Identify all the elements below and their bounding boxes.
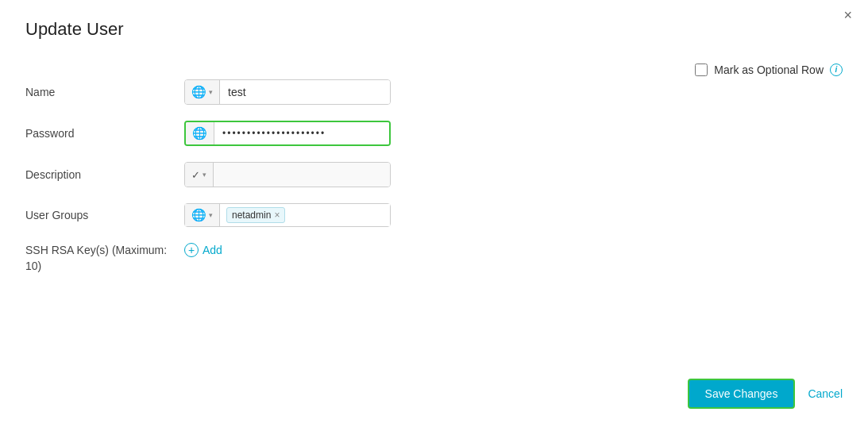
- info-icon[interactable]: i: [830, 63, 843, 76]
- user-groups-label: User Groups: [25, 209, 184, 221]
- description-icon-btn[interactable]: ✓ ▾: [185, 163, 214, 187]
- globe-icon-groups: 🌐: [191, 208, 206, 222]
- tag-netadmin: netadmin ×: [226, 207, 285, 223]
- user-groups-tags-wrapper[interactable]: netadmin ×: [220, 204, 390, 226]
- description-row: Description ✓ ▾: [25, 162, 843, 187]
- name-input[interactable]: [220, 80, 390, 104]
- globe-icon-name: 🌐: [191, 85, 206, 99]
- user-groups-row: User Groups 🌐 ▾ netadmin ×: [25, 203, 843, 227]
- ssh-label: SSH RSA Key(s) (Maximum: 10): [25, 243, 184, 274]
- cancel-button[interactable]: Cancel: [808, 387, 843, 400]
- chevron-down-icon: ▾: [209, 88, 213, 96]
- name-row: Name 🌐 ▾: [25, 79, 843, 105]
- password-icon-btn[interactable]: 🌐: [186, 122, 214, 144]
- name-field-wrapper: 🌐 ▾: [184, 79, 391, 105]
- dialog-footer: Save Changes Cancel: [688, 379, 843, 409]
- password-label: Password: [25, 127, 184, 140]
- save-changes-button[interactable]: Save Changes: [688, 379, 796, 409]
- add-ssh-key-button[interactable]: + Add: [184, 243, 222, 257]
- name-label: Name: [25, 86, 184, 98]
- chevron-down-icon-desc: ▾: [203, 171, 206, 179]
- close-button[interactable]: ×: [843, 8, 852, 22]
- optional-row-area: Mark as Optional Row i: [695, 63, 843, 76]
- password-row: Password 🌐: [25, 121, 843, 146]
- user-groups-field-wrapper: 🌐 ▾ netadmin ×: [184, 203, 391, 227]
- dialog-title: Update User: [25, 19, 843, 40]
- password-field-wrapper: 🌐: [184, 121, 391, 146]
- chevron-down-icon-groups: ▾: [209, 211, 213, 219]
- password-input[interactable]: [214, 122, 389, 144]
- check-icon: ✓: [191, 169, 200, 181]
- tag-remove-button[interactable]: ×: [274, 210, 280, 220]
- add-label: Add: [203, 244, 222, 256]
- name-icon-btn[interactable]: 🌐 ▾: [185, 80, 220, 104]
- description-input[interactable]: [214, 163, 390, 187]
- update-user-dialog: × Update User Mark as Optional Row i Nam…: [0, 0, 868, 431]
- optional-row-label: Mark as Optional Row: [714, 63, 824, 76]
- description-field-wrapper: ✓ ▾: [184, 162, 391, 187]
- form-area: Name 🌐 ▾ Password 🌐 Description: [25, 79, 843, 274]
- plus-circle-icon: +: [184, 243, 199, 257]
- user-groups-icon-btn[interactable]: 🌐 ▾: [185, 204, 220, 226]
- globe-icon-password: 🌐: [192, 126, 207, 140]
- ssh-row: SSH RSA Key(s) (Maximum: 10) + Add: [25, 243, 843, 274]
- optional-row-checkbox[interactable]: [695, 63, 708, 76]
- tag-label: netadmin: [232, 210, 271, 221]
- description-label: Description: [25, 168, 184, 181]
